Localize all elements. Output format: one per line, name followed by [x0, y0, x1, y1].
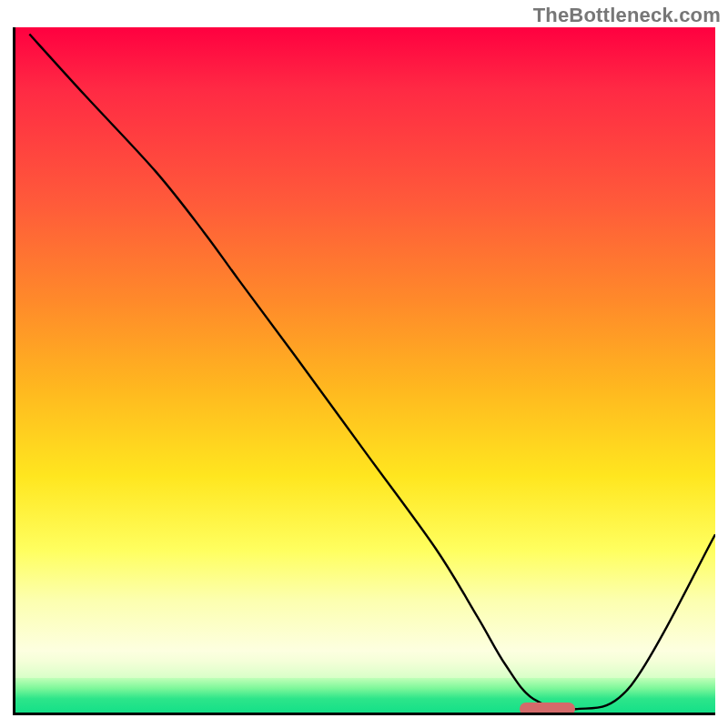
- plot-axes: [13, 27, 715, 715]
- plot-area: [15, 27, 715, 713]
- bottleneck-curve: [15, 27, 715, 713]
- optimal-range-marker: [520, 703, 576, 713]
- chart-container: TheBottleneck.com: [0, 0, 728, 728]
- watermark-text: TheBottleneck.com: [533, 4, 721, 27]
